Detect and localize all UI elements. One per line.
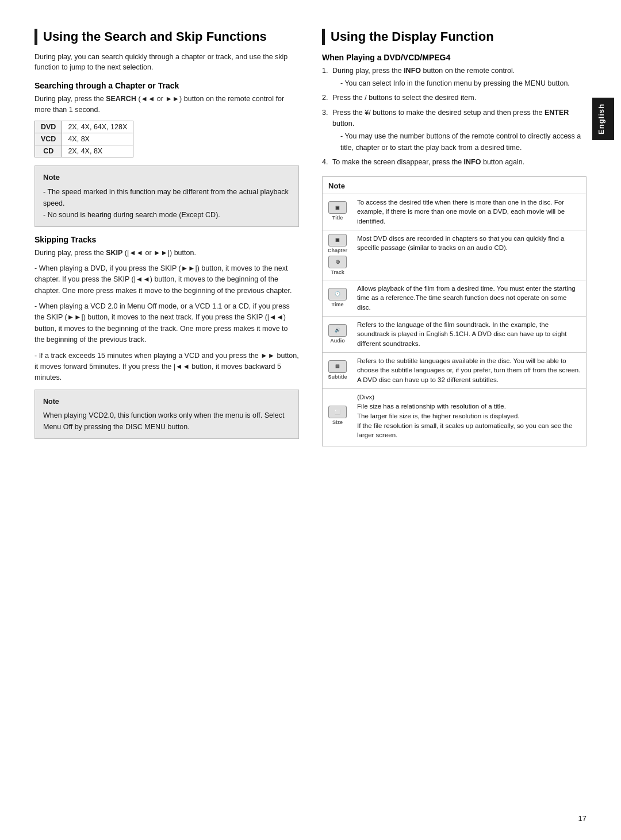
size-icon-label: Size [332, 419, 343, 426]
right-note-label: Note [323, 179, 586, 194]
chapter-icon-label: Chapter [328, 247, 347, 255]
table-cell-type: DVD [35, 121, 62, 133]
search-note-line1: - The speed marked in this function may … [43, 186, 290, 209]
skip-note-label: Note [43, 396, 290, 407]
audio-icon: 🔊 Audio [328, 324, 347, 345]
right-column: Using the Display Function When Playing … [322, 29, 586, 446]
left-intro: During play, you can search quickly thro… [34, 52, 299, 74]
english-sidebar-tab: English [592, 98, 614, 140]
skip-body4: - If a track exceeds 15 minutes when pla… [34, 350, 299, 384]
step-3: 3. Press the ¥/ buttons to make the desi… [322, 107, 586, 154]
note-row-chapter-track: ▣ Chapter ◎ Track Most DVD discs are rec… [323, 230, 586, 280]
step-num-2: 2. [322, 93, 328, 103]
step-2: 2. Press the / buttons to select the des… [322, 93, 586, 103]
icon-cell-audio: 🔊 Audio [323, 316, 352, 352]
note-row-size: ⬜ Size (Divx)File size has a relationshi… [323, 388, 586, 444]
two-column-layout: Using the Search and Skip Functions Duri… [34, 29, 586, 446]
track-icon-label: Track [331, 269, 344, 276]
step-3-sub: - You may use the number buttons of the … [332, 131, 586, 153]
audio-icon-label: Audio [330, 337, 345, 345]
time-icon: 🕐 Time [328, 288, 347, 309]
search-note-box: Note - The speed marked in this function… [34, 165, 299, 227]
search-speed-table: DVD 2X, 4X, 64X, 128X VCD 4X, 8X CD 2X, … [34, 121, 133, 157]
right-note-box: Note ▣ Title To access the desired title… [322, 176, 586, 447]
table-row: VCD 4X, 8X [35, 133, 133, 145]
skip-body2: - When playing a DVD, if you press the S… [34, 263, 299, 296]
table-cell-speeds: 4X, 8X [62, 133, 133, 145]
chapter-icon: ▣ Chapter [328, 234, 347, 255]
search-subsection-title: Searching through a Chapter or Track [34, 81, 299, 90]
left-column: Using the Search and Skip Functions Duri… [34, 29, 299, 439]
subtitle-icon-label: Subtitle [328, 373, 347, 381]
icon-cell-size: ⬜ Size [323, 388, 352, 444]
table-row: CD 2X, 4X, 8X [35, 145, 133, 157]
step-1: 1. During play, press the INFO button on… [322, 65, 586, 90]
note-row-audio: 🔊 Audio Refers to the language of the fi… [323, 316, 586, 352]
note-icon-table: ▣ Title To access the desired title when… [323, 194, 586, 444]
search-body: During play, press the SEARCH (◄◄ or ►►)… [34, 94, 299, 116]
step-num-1: 1. [322, 65, 328, 76]
note-cell-time: Allows playback of the film from a desir… [352, 280, 586, 316]
note-cell-subtitle: Refers to the subtitle languages availab… [352, 352, 586, 388]
step-1-sub: - You can select Info in the function me… [332, 78, 586, 89]
note-cell-size: (Divx)File size has a relationship with … [352, 388, 586, 444]
icon-cell-chapter: ▣ Chapter ◎ Track [323, 230, 352, 280]
track-icon: ◎ Track [328, 256, 347, 276]
left-section-title: Using the Search and Skip Functions [43, 29, 299, 45]
step-num-3: 3. [322, 107, 328, 118]
page-number: 17 [578, 814, 586, 823]
table-cell-type: VCD [35, 133, 62, 145]
steps-list: 1. During play, press the INFO button on… [322, 65, 586, 168]
table-cell-speeds: 2X, 4X, 64X, 128X [62, 121, 133, 133]
table-cell-type: CD [35, 145, 62, 157]
note-cell-audio: Refers to the language of the film sound… [352, 316, 586, 352]
step-num-4: 4. [322, 157, 328, 168]
time-icon-label: Time [332, 301, 344, 309]
note-row-subtitle: ▤ Subtitle Refers to the subtitle langua… [323, 352, 586, 388]
note-row-time: 🕐 Time Allows playback of the film from … [323, 280, 586, 316]
icon-cell-time: 🕐 Time [323, 280, 352, 316]
page-container: Using the Search and Skip Functions Duri… [0, 0, 621, 840]
note-cell-title: To access the desired title when there i… [352, 194, 586, 230]
note-cell-chapter: Most DVD discs are recorded in chapters … [352, 230, 586, 280]
icon-cell-title: ▣ Title [323, 194, 352, 230]
search-note-label: Note [43, 172, 290, 184]
table-row: DVD 2X, 4X, 64X, 128X [35, 121, 133, 133]
skip-note-body: When playing VCD2.0, this function works… [43, 410, 290, 433]
skip-subsection-title: Skipping Tracks [34, 235, 299, 244]
step-4: 4. To make the screen disappear, press t… [322, 157, 586, 168]
right-section-title: Using the Display Function [331, 29, 586, 45]
title-icon: ▣ Title [328, 201, 347, 222]
table-cell-speeds: 2X, 4X, 8X [62, 145, 133, 157]
subtitle-icon: ▤ Subtitle [328, 360, 347, 381]
skip-note-box: Note When playing VCD2.0, this function … [34, 390, 299, 439]
skip-body1: During play, press the SKIP (|◄◄ or ►►|)… [34, 248, 299, 259]
size-icon: ⬜ Size [328, 406, 347, 426]
title-icon-label: Title [332, 214, 343, 222]
note-row-title: ▣ Title To access the desired title when… [323, 194, 586, 230]
left-section-title-box: Using the Search and Skip Functions [34, 29, 299, 45]
icon-cell-subtitle: ▤ Subtitle [323, 352, 352, 388]
right-subsection-title: When Playing a DVD/VCD/MPEG4 [322, 53, 586, 62]
skip-body3: - When playing a VCD 2.0 in Menu Off mod… [34, 301, 299, 346]
right-section-title-box: Using the Display Function [322, 29, 586, 45]
search-note-line2: - No sound is hearing during search mode… [43, 209, 290, 221]
